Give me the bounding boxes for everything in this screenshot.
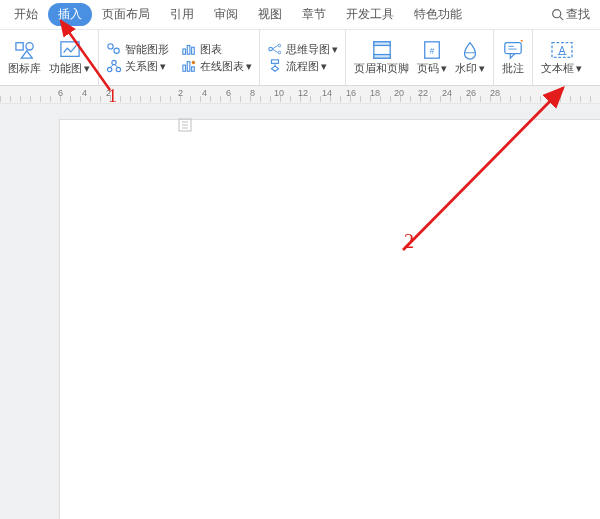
flowchart-button[interactable]: 流程图▾ xyxy=(264,58,341,75)
flowchart-icon xyxy=(267,59,283,73)
svg-rect-18 xyxy=(192,67,195,71)
horizontal-ruler[interactable]: 6 4 2 2 4 6 8 10 12 14 16 18 20 22 24 26… xyxy=(0,86,600,104)
svg-point-7 xyxy=(114,48,119,53)
menu-bar: 开始 插入 页面布局 引用 审阅 视图 章节 开发工具 特色功能 查找 xyxy=(0,0,600,30)
svg-point-19 xyxy=(192,61,196,65)
ruler-mark: 18 xyxy=(370,88,380,98)
svg-rect-13 xyxy=(183,49,186,54)
header-footer-button[interactable]: 页眉和页脚 xyxy=(350,38,413,78)
chart-label: 图表 xyxy=(200,42,222,57)
flowchart-label: 流程图 xyxy=(286,59,319,74)
chart-icon xyxy=(181,42,197,56)
annotation-label-2: 2 xyxy=(404,230,414,253)
function-image-label: 功能图▾ xyxy=(49,61,90,76)
ruler-mark: 4 xyxy=(82,88,87,98)
indent-marker-icon xyxy=(178,118,192,132)
ribbon-group-diagrams: 思维导图▾ 流程图▾ xyxy=(260,30,346,85)
tab-reference[interactable]: 引用 xyxy=(160,2,204,27)
ruler-mark: 10 xyxy=(274,88,284,98)
svg-point-6 xyxy=(108,44,113,49)
svg-point-20 xyxy=(269,47,273,51)
ruler-mark: 26 xyxy=(466,88,476,98)
online-chart-label: 在线图表 xyxy=(200,59,244,74)
ruler-mark: 16 xyxy=(346,88,356,98)
tab-special[interactable]: 特色功能 xyxy=(404,2,472,27)
ruler-mark: 6 xyxy=(58,88,63,98)
ruler-mark: 22 xyxy=(418,88,428,98)
annotation-label-1: 1 xyxy=(108,86,117,107)
svg-line-21 xyxy=(272,46,277,50)
ribbon-group-charts: 智能图形 关系图▾ 图表 在线图表▾ xyxy=(99,30,260,85)
chart-button[interactable]: 图表 xyxy=(178,41,255,58)
ruler-mark: 20 xyxy=(394,88,404,98)
svg-marker-4 xyxy=(21,50,32,57)
svg-point-0 xyxy=(553,10,561,18)
search-icon xyxy=(551,8,564,21)
svg-rect-16 xyxy=(183,65,186,71)
tab-review[interactable]: 审阅 xyxy=(204,2,248,27)
svg-marker-26 xyxy=(272,66,279,71)
svg-point-9 xyxy=(107,67,111,71)
svg-text:#: # xyxy=(430,46,435,55)
svg-text:A: A xyxy=(558,44,565,55)
mindmap-icon xyxy=(267,42,283,56)
watermark-button[interactable]: 水印▾ xyxy=(451,38,489,78)
shapes-icon xyxy=(14,40,36,60)
svg-rect-5 xyxy=(60,41,78,56)
svg-line-1 xyxy=(560,17,563,20)
relation-chart-button[interactable]: 关系图▾ xyxy=(103,58,172,75)
tab-view[interactable]: 视图 xyxy=(248,2,292,27)
svg-point-23 xyxy=(278,44,281,47)
ribbon-group-headerfooter: 页眉和页脚 # 页码▾ 水印▾ xyxy=(346,30,494,85)
online-chart-button[interactable]: 在线图表▾ xyxy=(178,58,255,75)
comment-icon: * xyxy=(502,40,524,60)
ruler-mark: 14 xyxy=(322,88,332,98)
watermark-icon xyxy=(459,40,481,60)
tab-start[interactable]: 开始 xyxy=(4,2,48,27)
mindmap-button[interactable]: 思维导图▾ xyxy=(264,41,341,58)
icon-library-button[interactable]: 图标库 xyxy=(4,38,45,78)
relation-label: 关系图 xyxy=(125,59,158,74)
svg-rect-25 xyxy=(272,60,279,64)
ruler-mark: 24 xyxy=(442,88,452,98)
ribbon-group-assets: 图标库 功能图▾ xyxy=(0,30,99,85)
smart-graphics-button[interactable]: 智能图形 xyxy=(103,41,172,58)
smart-graphics-icon xyxy=(106,42,122,56)
svg-point-24 xyxy=(278,51,281,54)
document-area xyxy=(0,104,600,519)
page-number-label: 页码▾ xyxy=(417,61,447,76)
watermark-label: 水印▾ xyxy=(455,61,485,76)
function-image-button[interactable]: 功能图▾ xyxy=(45,38,94,78)
svg-line-12 xyxy=(114,64,118,68)
ruler-mark: 2 xyxy=(178,88,183,98)
tab-insert[interactable]: 插入 xyxy=(48,3,92,26)
header-footer-icon xyxy=(371,40,393,60)
page-number-button[interactable]: # 页码▾ xyxy=(413,38,451,78)
ruler-mark: 6 xyxy=(226,88,231,98)
tab-dev-tools[interactable]: 开发工具 xyxy=(336,2,404,27)
textbox-button[interactable]: A 文本框▾ xyxy=(537,38,586,78)
comment-button[interactable]: * 批注 xyxy=(498,38,528,78)
svg-text:*: * xyxy=(520,40,524,47)
tab-page-layout[interactable]: 页面布局 xyxy=(92,2,160,27)
document-page[interactable] xyxy=(60,120,600,519)
ruler-mark: 28 xyxy=(490,88,500,98)
svg-rect-17 xyxy=(187,62,190,72)
function-image-icon xyxy=(59,40,81,60)
icon-library-label: 图标库 xyxy=(8,61,41,76)
textbox-label: 文本框▾ xyxy=(541,61,582,76)
svg-rect-14 xyxy=(187,46,190,55)
search-button[interactable]: 查找 xyxy=(551,6,596,23)
ribbon-group-comment: * 批注 xyxy=(494,30,533,85)
online-chart-icon xyxy=(181,59,197,73)
page-number-icon: # xyxy=(421,40,443,60)
svg-rect-15 xyxy=(192,47,195,54)
tab-chapter[interactable]: 章节 xyxy=(292,2,336,27)
header-footer-label: 页眉和页脚 xyxy=(354,61,409,76)
svg-rect-30 xyxy=(373,54,389,58)
svg-point-10 xyxy=(116,67,120,71)
smart-graphics-label: 智能图形 xyxy=(125,42,169,57)
ruler-mark: 8 xyxy=(250,88,255,98)
mindmap-label: 思维导图 xyxy=(286,42,330,57)
ribbon: 图标库 功能图▾ 智能图形 关系图▾ 图表 在线图表▾ xyxy=(0,30,600,86)
